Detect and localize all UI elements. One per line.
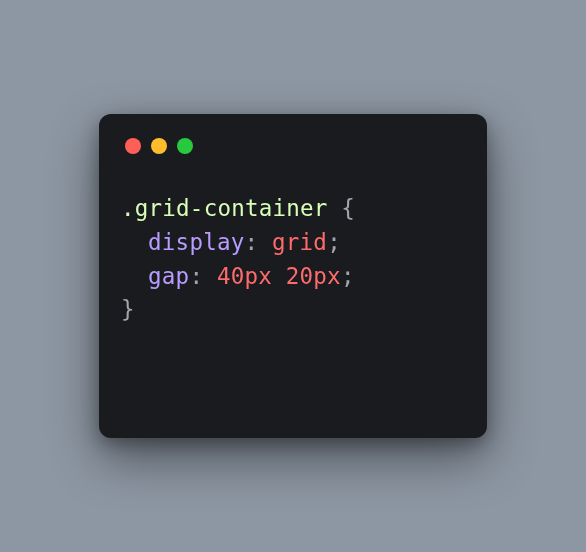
code-window: .grid-container { display: grid; gap: 40… [99, 114, 487, 438]
brace-close: } [121, 296, 135, 322]
close-icon[interactable] [125, 138, 141, 154]
semicolon: ; [327, 229, 341, 255]
css-selector: .grid-container [121, 195, 328, 221]
colon: : [244, 229, 272, 255]
code-block: .grid-container { display: grid; gap: 40… [121, 192, 465, 327]
maximize-icon[interactable] [177, 138, 193, 154]
brace-open: { [328, 195, 356, 221]
css-value: grid [272, 229, 327, 255]
traffic-lights [125, 138, 465, 154]
css-value: 40px 20px [217, 263, 341, 289]
semicolon: ; [341, 263, 355, 289]
minimize-icon[interactable] [151, 138, 167, 154]
css-property: display [148, 229, 244, 255]
css-property: gap [148, 263, 189, 289]
colon: : [189, 263, 217, 289]
